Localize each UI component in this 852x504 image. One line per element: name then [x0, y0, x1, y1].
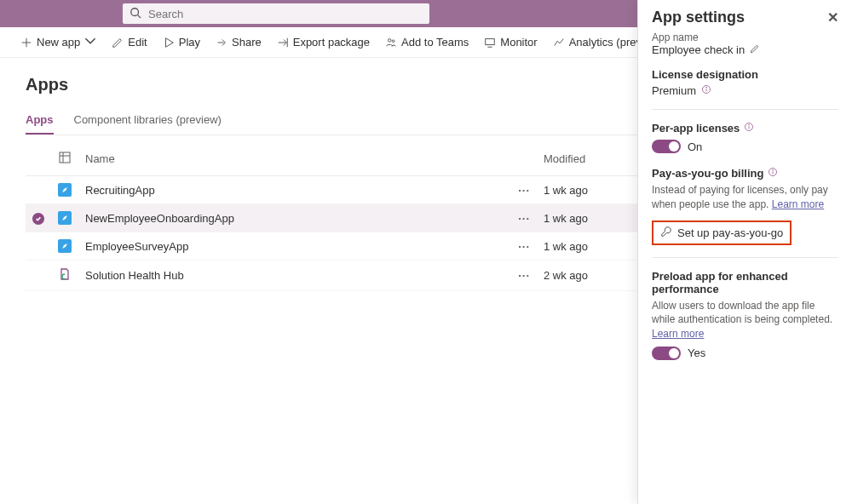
share-label: Share — [232, 36, 262, 49]
add-to-teams-button[interactable]: Add to Teams — [385, 36, 469, 49]
divider — [652, 109, 838, 110]
row-name: RecruitingApp — [78, 176, 506, 204]
share-button[interactable]: Share — [216, 36, 262, 49]
pencil-icon[interactable] — [750, 43, 760, 56]
row-name: NewEmployeeOnboardingApp — [78, 204, 506, 232]
col-name[interactable]: Name — [78, 142, 506, 176]
col-select — [26, 142, 51, 176]
preload-desc: Allow users to download the app file whi… — [652, 300, 832, 326]
checkmark-icon[interactable] — [32, 213, 44, 225]
canvas-app-icon — [58, 183, 72, 197]
app-settings-panel: App settings ✕ App name Employee check i… — [637, 0, 852, 504]
svg-marker-4 — [165, 37, 173, 47]
monitor-label: Monitor — [500, 36, 537, 49]
more-icon[interactable]: ··· — [518, 184, 530, 197]
col-more — [506, 142, 537, 176]
teams-label: Add to Teams — [401, 36, 469, 49]
more-icon[interactable]: ··· — [518, 269, 530, 282]
svg-point-5 — [389, 38, 392, 42]
new-app-label: New app — [37, 36, 80, 49]
monitor-button[interactable]: Monitor — [484, 36, 537, 49]
play-button[interactable]: Play — [163, 36, 200, 49]
info-icon[interactable] — [744, 122, 754, 135]
search-icon — [130, 7, 147, 21]
layout-icon — [58, 151, 72, 164]
payg-heading: Pay-as-you-go billing — [652, 167, 763, 180]
wrench-icon — [660, 226, 672, 240]
model-app-icon — [58, 267, 72, 281]
preload-toggle[interactable] — [652, 346, 681, 360]
license-designation-heading: License designation — [652, 68, 838, 81]
svg-point-21 — [773, 169, 774, 170]
preload-heading: Preload app for enhanced performance — [652, 270, 838, 295]
new-app-button[interactable]: New app — [20, 35, 96, 49]
chevron-down-icon — [84, 35, 96, 49]
svg-point-0 — [131, 8, 139, 15]
preload-toggle-label: Yes — [688, 346, 705, 359]
svg-rect-10 — [60, 152, 70, 163]
search-input[interactable] — [147, 7, 423, 21]
more-icon[interactable]: ··· — [518, 212, 530, 225]
svg-point-18 — [749, 124, 750, 125]
more-icon[interactable]: ··· — [518, 240, 530, 253]
canvas-app-icon — [58, 211, 72, 225]
tab-apps[interactable]: Apps — [26, 113, 54, 135]
info-icon[interactable] — [701, 84, 711, 97]
per-app-licenses-heading: Per-app licenses — [652, 122, 740, 135]
per-app-toggle-label: On — [688, 140, 702, 153]
col-icon[interactable] — [51, 142, 78, 176]
preload-learn-more-link[interactable]: Learn more — [652, 328, 704, 340]
export-package-button[interactable]: Export package — [277, 36, 370, 49]
svg-line-1 — [138, 14, 141, 18]
edit-button[interactable]: Edit — [112, 36, 147, 49]
divider — [652, 257, 838, 258]
svg-rect-7 — [486, 38, 495, 44]
app-name-value: Employee check in — [652, 43, 745, 56]
row-name: Solution Health Hub — [78, 261, 506, 291]
setup-payg-label: Set up pay-as-you-go — [677, 226, 783, 239]
play-label: Play — [179, 36, 200, 49]
svg-point-6 — [392, 39, 394, 42]
tab-component-libraries[interactable]: Component libraries (preview) — [74, 113, 222, 135]
export-label: Export package — [293, 36, 370, 49]
setup-payg-button[interactable]: Set up pay-as-you-go — [652, 220, 792, 245]
canvas-app-icon — [58, 239, 72, 253]
license-value: Premium — [652, 84, 696, 97]
payg-learn-more-link[interactable]: Learn more — [772, 198, 824, 210]
app-name-label: App name — [652, 32, 838, 43]
panel-title: App settings — [652, 9, 745, 26]
close-icon[interactable]: ✕ — [827, 9, 838, 26]
svg-point-15 — [706, 87, 707, 88]
per-app-toggle[interactable] — [652, 140, 681, 153]
search-box[interactable] — [123, 3, 429, 24]
info-icon[interactable] — [768, 167, 778, 180]
edit-label: Edit — [128, 36, 147, 49]
row-name: EmployeeSurveyApp — [78, 232, 506, 261]
